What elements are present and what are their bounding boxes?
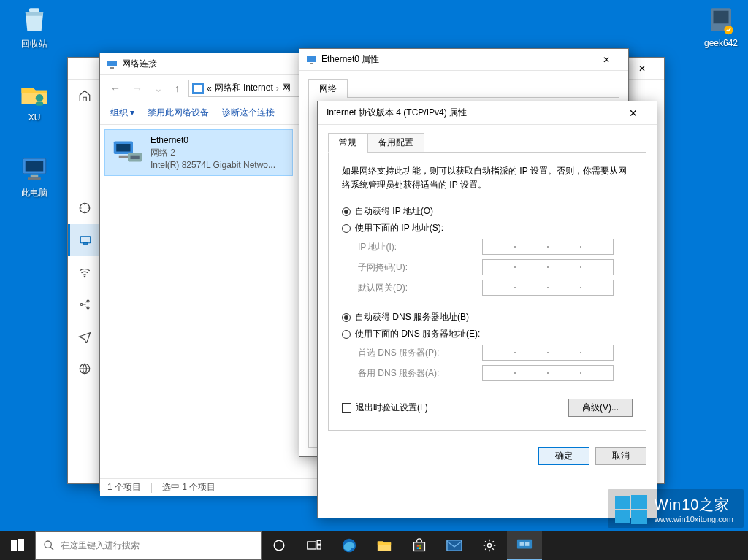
radio-auto-ip[interactable]: 自动获得 IP 地址(O) <box>342 205 633 218</box>
nav-proxy[interactable] <box>68 353 101 385</box>
nav-home[interactable] <box>68 80 101 112</box>
nav-wifi[interactable] <box>68 256 101 288</box>
svg-point-1 <box>36 94 44 102</box>
breadcrumb-seg[interactable]: 网络和 Internet <box>215 82 273 94</box>
recycle-bin-icon <box>19 4 50 35</box>
svg-rect-24 <box>119 156 128 158</box>
svg-rect-52 <box>520 542 524 546</box>
taskbar-settings[interactable] <box>472 531 507 560</box>
taskbar-mail[interactable] <box>437 531 472 560</box>
back-button[interactable]: ← <box>107 80 123 97</box>
nav-ethernet[interactable] <box>68 224 101 256</box>
adapter-network: 网络 2 <box>150 147 275 159</box>
tab-network[interactable]: 网络 <box>308 79 348 98</box>
desktop-icon-recycle-bin[interactable]: 回收站 <box>7 4 61 50</box>
desktop-icon-this-pc[interactable]: 此电脑 <box>7 153 61 199</box>
svg-point-14 <box>80 304 83 306</box>
svg-rect-26 <box>131 156 140 159</box>
ipv4-description: 如果网络支持此功能，则可以获取自动指派的 IP 设置。否则，你需要从网络系统管理… <box>342 164 633 192</box>
folder-icon <box>19 79 50 110</box>
alternate-dns-input[interactable] <box>482 365 614 381</box>
svg-rect-47 <box>417 548 419 550</box>
adapter-driver: Intel(R) 82574L Gigabit Netwo... <box>150 159 275 172</box>
svg-rect-0 <box>29 8 39 12</box>
organize-menu[interactable]: 组织 ▾ <box>110 107 134 119</box>
svg-rect-33 <box>11 540 17 545</box>
desktop-icon-label: 回收站 <box>7 38 61 50</box>
default-gateway-input[interactable] <box>482 280 614 296</box>
desktop-icon-label: geek642 <box>694 38 748 48</box>
svg-rect-45 <box>417 545 419 547</box>
row-ip-address: IP 地址(I): <box>358 239 633 255</box>
breadcrumb-seg[interactable]: 网 <box>282 82 291 94</box>
row-preferred-dns: 首选 DNS 服务器(P): <box>358 345 633 361</box>
adapter-name: Ethernet0 <box>150 134 275 147</box>
ipv4-titlebar[interactable]: Internet 协议版本 4 (TCP/IPv4) 属性 ✕ <box>318 101 657 125</box>
svg-rect-6 <box>28 177 41 180</box>
svg-rect-29 <box>615 496 630 509</box>
validate-on-exit-checkbox[interactable]: 退出时验证设置(L) <box>342 402 428 414</box>
advanced-button[interactable]: 高级(V)... <box>568 399 633 417</box>
svg-rect-46 <box>419 545 421 547</box>
svg-rect-36 <box>18 545 24 551</box>
radio-dot-icon <box>342 224 351 233</box>
this-pc-icon <box>19 153 50 184</box>
taskbar-control-panel[interactable] <box>507 531 542 560</box>
desktop-icon-label: XU <box>7 112 61 123</box>
close-button[interactable]: ✕ <box>625 58 658 79</box>
start-button[interactable] <box>0 531 35 560</box>
close-button[interactable]: ✕ <box>589 49 622 70</box>
nav-status[interactable] <box>68 192 101 224</box>
tab-general[interactable]: 常规 <box>328 133 367 153</box>
svg-rect-11 <box>80 237 91 243</box>
svg-rect-5 <box>31 175 39 178</box>
radio-manual-dns[interactable]: 使用下面的 DNS 服务器地址(E): <box>342 328 633 340</box>
forward-button[interactable]: → <box>129 80 145 97</box>
up-button[interactable]: ↑ <box>172 80 183 97</box>
nav-vpn[interactable] <box>68 288 101 321</box>
windows-logo-icon <box>615 494 647 526</box>
svg-point-13 <box>84 276 85 277</box>
diagnose-button[interactable]: 诊断这个连接 <box>222 107 275 119</box>
search-placeholder: 在这里键入进行搜索 <box>61 540 140 552</box>
svg-rect-19 <box>110 67 114 69</box>
radio-auto-dns[interactable]: 自动获得 DNS 服务器地址(B) <box>342 311 633 323</box>
nav-airplane[interactable] <box>68 321 101 353</box>
ok-button[interactable]: 确定 <box>538 447 589 465</box>
desktop-icon-geek642[interactable]: geek642 <box>694 4 748 48</box>
window-title: Ethernet0 属性 <box>321 53 589 66</box>
recent-dropdown[interactable]: ⌄ <box>151 80 166 97</box>
cortana-button[interactable] <box>262 531 297 560</box>
ethernet-adapter-icon <box>112 139 143 166</box>
row-subnet-mask: 子网掩码(U): <box>358 259 633 275</box>
svg-rect-12 <box>83 243 88 245</box>
taskbar-search[interactable]: 在这里键入进行搜索 <box>35 531 262 560</box>
control-panel-icon <box>192 83 204 94</box>
svg-rect-2 <box>36 102 44 106</box>
adapter-item-ethernet0[interactable]: Ethernet0 网络 2 Intel(R) 82574L Gigabit N… <box>104 129 293 176</box>
svg-rect-8 <box>714 11 729 24</box>
chevron-right-icon[interactable]: › <box>276 83 279 93</box>
dialog-title: Internet 协议版本 4 (TCP/IPv4) 属性 <box>327 107 619 119</box>
subnet-mask-input[interactable] <box>482 259 614 275</box>
taskbar-store[interactable] <box>402 531 437 560</box>
radio-manual-ip[interactable]: 使用下面的 IP 地址(S): <box>342 222 633 234</box>
taskbar: 在这里键入进行搜索 <box>0 531 748 560</box>
task-view-button[interactable] <box>297 531 332 560</box>
cancel-button[interactable]: 取消 <box>595 447 646 465</box>
svg-rect-53 <box>525 542 530 546</box>
disable-device-button[interactable]: 禁用此网络设备 <box>148 107 209 119</box>
close-button[interactable]: ✕ <box>619 107 648 119</box>
svg-rect-27 <box>307 56 316 62</box>
eth-titlebar[interactable]: Ethernet0 属性 ✕ <box>299 49 628 71</box>
taskbar-edge[interactable] <box>332 531 367 560</box>
svg-point-50 <box>488 544 492 548</box>
tab-alternate[interactable]: 备用配置 <box>367 133 424 153</box>
ip-address-input[interactable] <box>482 239 614 255</box>
desktop-icon-user-folder[interactable]: XU <box>7 79 61 123</box>
preferred-dns-input[interactable] <box>482 345 614 361</box>
selected-count: 选中 1 个项目 <box>162 481 215 494</box>
svg-point-38 <box>274 540 284 551</box>
svg-rect-28 <box>310 63 313 64</box>
taskbar-explorer[interactable] <box>367 531 402 560</box>
